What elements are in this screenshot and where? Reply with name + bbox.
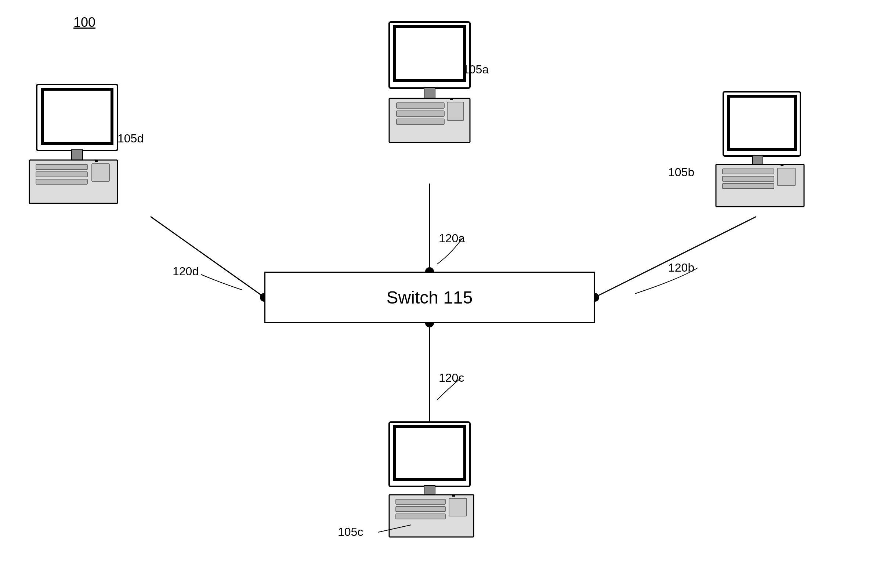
label-120a: 120a	[439, 232, 465, 245]
svg-rect-34	[29, 160, 118, 204]
diagram-reference-label: 100	[73, 15, 95, 30]
svg-rect-18	[781, 164, 784, 166]
connection-120d	[151, 217, 264, 297]
svg-text:105a: 105a	[463, 63, 489, 76]
svg-rect-13	[716, 164, 804, 207]
svg-rect-20	[389, 422, 470, 486]
svg-rect-36	[36, 172, 88, 177]
svg-rect-14	[723, 169, 774, 174]
svg-rect-24	[396, 499, 445, 504]
svg-rect-5	[397, 111, 444, 116]
svg-rect-2	[424, 87, 435, 98]
label-120c: 120c	[439, 371, 464, 384]
svg-rect-38	[92, 164, 109, 181]
svg-rect-32	[42, 89, 112, 143]
svg-rect-16	[723, 184, 774, 188]
switch-box: Switch 115	[264, 271, 595, 323]
svg-rect-1	[395, 26, 464, 81]
svg-rect-33	[72, 150, 83, 160]
svg-rect-25	[396, 507, 445, 512]
switch-label: Switch 115	[387, 287, 473, 308]
svg-rect-15	[723, 176, 774, 181]
svg-rect-3	[389, 98, 470, 142]
svg-rect-0	[389, 22, 470, 88]
svg-rect-22	[424, 485, 435, 495]
connection-120b	[595, 217, 756, 297]
label-120b: 120b	[668, 261, 694, 274]
svg-rect-7	[447, 102, 464, 121]
svg-rect-4	[397, 103, 444, 108]
svg-rect-11	[728, 96, 795, 149]
svg-rect-28	[452, 495, 455, 497]
svg-text:105b: 105b	[668, 166, 694, 179]
svg-rect-31	[37, 84, 118, 151]
diagram: 100 105a	[0, 0, 894, 588]
svg-rect-17	[778, 168, 795, 186]
svg-rect-12	[753, 155, 763, 164]
svg-rect-6	[397, 119, 444, 124]
svg-line-30	[378, 525, 411, 532]
svg-rect-39	[95, 160, 98, 162]
svg-rect-26	[396, 514, 445, 519]
svg-text:105d: 105d	[118, 132, 143, 145]
svg-rect-35	[36, 164, 88, 170]
svg-rect-21	[394, 427, 465, 480]
svg-rect-8	[450, 98, 453, 100]
svg-text:105c: 105c	[338, 525, 363, 538]
svg-rect-37	[36, 179, 88, 184]
svg-rect-27	[449, 498, 467, 516]
label-120d: 120d	[172, 265, 199, 278]
svg-rect-10	[723, 92, 800, 156]
svg-rect-23	[389, 495, 474, 537]
